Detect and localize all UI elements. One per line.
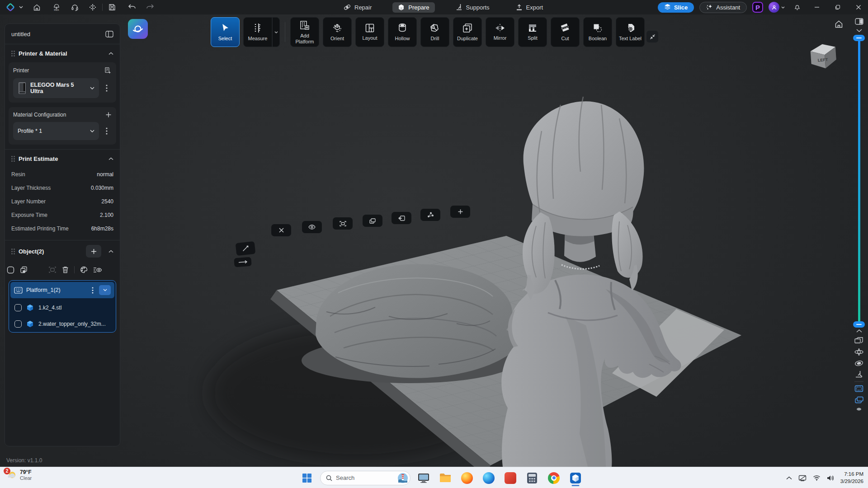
tab-repair[interactable]: Repair [338, 2, 377, 13]
view-home-icon[interactable] [835, 20, 843, 28]
chevron-down-icon[interactable] [17, 1, 24, 13]
taskbar-app-edge[interactable] [480, 469, 497, 487]
account-menu[interactable] [769, 2, 785, 13]
taskbar-app-red[interactable] [502, 469, 519, 487]
axis-handle-x[interactable] [234, 257, 251, 267]
taskbar-app-firefox[interactable] [458, 469, 476, 487]
home-icon[interactable] [30, 1, 43, 13]
measure-dropdown-caret[interactable] [272, 17, 280, 47]
tab-supports[interactable]: Supports [450, 2, 495, 13]
tool-duplicate[interactable]: Duplicate [453, 17, 482, 47]
platform-header[interactable]: Platform_1(2) [10, 282, 114, 298]
view-cube[interactable]: LEFT [803, 35, 842, 74]
redo-icon[interactable] [143, 1, 157, 13]
turntable-icon[interactable] [854, 360, 863, 366]
group-select-icon[interactable] [20, 266, 28, 274]
drag-handle-icon[interactable] [11, 249, 15, 254]
app-logo-badge[interactable] [128, 19, 148, 39]
support-view-icon[interactable] [855, 371, 863, 378]
viewport-3d[interactable]: Select Measure Add Platform [0, 14, 868, 467]
weather-widget[interactable]: 2 79°F Clear [5, 469, 32, 481]
chevron-down-icon[interactable] [856, 29, 862, 32]
profile-dropdown[interactable]: Profile * 1 [13, 122, 99, 140]
close-button[interactable] [851, 1, 866, 14]
profile-menu-kebab[interactable] [102, 122, 112, 140]
resin-dither-icon[interactable] [86, 1, 99, 13]
add-object-button[interactable] [86, 245, 101, 258]
tool-select[interactable]: Select [211, 17, 240, 47]
gizmo-add-button[interactable] [450, 206, 470, 218]
printer-menu-kebab[interactable] [102, 79, 112, 97]
filter-view-icon[interactable] [93, 267, 102, 273]
taskbar-app-chrome[interactable] [545, 469, 562, 487]
layer-slider-handle-top[interactable] [853, 35, 865, 41]
app-logo-icon[interactable] [4, 1, 17, 13]
tool-cut[interactable]: Cut [551, 17, 580, 47]
object-list-item[interactable]: 2.water_topper_only_32m... [9, 316, 116, 332]
fit-view-icon[interactable] [854, 337, 863, 344]
support-headset-icon[interactable] [68, 1, 81, 13]
layer-slider-handle-bottom[interactable] [853, 321, 865, 328]
object-list-item[interactable]: 1.k2_4.stl [9, 300, 116, 316]
palette-icon[interactable] [80, 266, 88, 273]
drag-handle-icon[interactable] [11, 156, 15, 162]
clock[interactable]: 7:16 PM 3/29/2026 [840, 471, 863, 485]
gizmo-layers-button[interactable] [363, 215, 382, 227]
tray-chevron-icon[interactable] [786, 476, 792, 480]
tool-text-label[interactable]: Text Label [616, 17, 645, 47]
object-checkbox[interactable] [14, 320, 22, 328]
printer-dropdown[interactable]: ELEGOO Mars 5 Ultra [13, 78, 99, 98]
tool-hollow[interactable]: Hollow [388, 17, 417, 47]
tool-measure[interactable]: Measure [243, 17, 272, 47]
panel-toggle-icon[interactable] [855, 18, 863, 25]
object-checkbox[interactable] [14, 304, 22, 311]
undo-icon[interactable] [125, 1, 139, 13]
minimize-button[interactable] [809, 1, 825, 14]
gizmo-link-button[interactable] [420, 209, 440, 221]
p-logo-button[interactable]: P [752, 2, 763, 13]
tool-orient[interactable]: Orient [323, 17, 352, 47]
chevron-up-icon[interactable] [856, 329, 862, 333]
taskbar-app-monitor[interactable] [415, 469, 432, 487]
printer-add-icon[interactable] [104, 67, 112, 74]
platform-menu-kebab[interactable] [92, 287, 94, 294]
platform-collapse-button[interactable] [99, 285, 111, 295]
slice-button[interactable]: Slice [658, 2, 694, 13]
tool-drill[interactable]: Drill [420, 17, 449, 47]
axis-handle-z[interactable] [236, 241, 256, 256]
tool-add-platform[interactable]: Add Platform [290, 17, 319, 47]
chevron-up-icon[interactable] [108, 52, 113, 55]
gizmo-visibility-button[interactable] [302, 221, 322, 233]
volume-icon[interactable] [827, 475, 834, 481]
tool-layout[interactable]: Layout [355, 17, 384, 47]
bell-icon[interactable] [790, 1, 804, 13]
cast-off-icon[interactable] [798, 475, 807, 481]
platform-list-icon[interactable] [855, 396, 863, 404]
tool-mirror[interactable]: Mirror [486, 17, 514, 47]
tool-boolean[interactable]: Boolean [583, 17, 612, 47]
panel-collapse-icon[interactable] [105, 31, 113, 38]
select-all-checkbox[interactable] [7, 266, 14, 274]
tab-prepare[interactable]: Prepare [392, 2, 434, 13]
material-add-icon[interactable] [105, 112, 112, 118]
chevron-up-icon[interactable] [108, 157, 113, 160]
drag-handle-icon[interactable] [11, 51, 15, 56]
rma-icon[interactable]: RMA [50, 1, 63, 13]
platform-view-icon[interactable] [854, 385, 863, 392]
taskbar-app-slicer[interactable] [567, 469, 584, 487]
search-box[interactable]: Search [320, 471, 410, 485]
maximize-button[interactable] [830, 1, 845, 14]
layer-slider[interactable] [852, 35, 866, 328]
taskbar-app-file-explorer[interactable] [437, 469, 454, 487]
assistant-button[interactable]: Assistant [699, 2, 747, 13]
wifi-icon[interactable] [813, 475, 821, 481]
start-button[interactable] [298, 469, 316, 487]
gizmo-back-button[interactable] [392, 212, 411, 224]
chevron-up-icon[interactable] [108, 250, 113, 253]
gizmo-frame-button[interactable] [333, 217, 353, 230]
layer-slider-track[interactable] [858, 38, 860, 325]
delete-icon[interactable] [62, 266, 69, 273]
tool-split[interactable]: Split [518, 17, 547, 47]
tab-export[interactable]: Export [510, 2, 549, 13]
toolbar-collapse-button[interactable] [646, 31, 658, 42]
